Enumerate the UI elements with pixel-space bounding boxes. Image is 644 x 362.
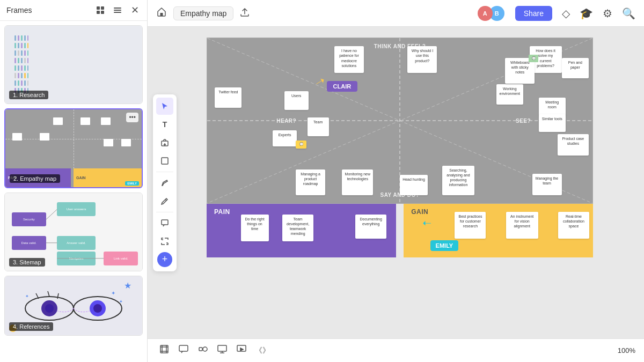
sticky-head-hunting: Head hunting	[400, 175, 428, 195]
svg-point-37	[203, 347, 207, 351]
svg-rect-2	[97, 11, 100, 14]
canvas-area[interactable]: T +	[148, 27, 644, 338]
sticky-experts: Experts	[273, 130, 297, 146]
svg-text:✦: ✦	[111, 290, 115, 296]
svg-line-17	[48, 291, 49, 297]
screen-tool[interactable]	[214, 342, 230, 359]
sticky-teamwork: Team development, teamwork mending	[282, 215, 313, 241]
sticky-meeting: Meeting room	[539, 98, 566, 116]
pen-tool[interactable]	[156, 174, 173, 191]
clair-badge: CLAIR	[327, 81, 358, 92]
sticky-best-practices: Best practices for customer research	[455, 212, 486, 239]
share-link-icon[interactable]	[240, 8, 250, 19]
svg-rect-24	[162, 158, 168, 164]
frame-label-research: 1. Research	[9, 91, 48, 99]
sticky-patience: I have no patience for mediocre solution…	[334, 46, 364, 73]
svg-point-12	[45, 304, 54, 313]
expand-icon[interactable]: 《》	[253, 344, 272, 358]
sticky-right-things: Do the right things on time	[241, 215, 269, 241]
sticky-monitoring: Monitoring new technologies	[342, 169, 373, 195]
settings-icon[interactable]: ⚙	[603, 7, 612, 20]
sticky-documenting: Documenting everything	[355, 215, 386, 239]
page-title: Empathy map	[173, 6, 233, 20]
upload-tool[interactable]	[156, 134, 173, 151]
panel-title: Frames	[6, 6, 89, 14]
sticky-why: Why should I use this product?	[407, 46, 437, 73]
frames-list: 1. Research •••	[0, 21, 147, 362]
frame-label-empathy: 2. Empathy map	[10, 174, 60, 183]
menu-icon[interactable]	[112, 4, 123, 16]
pain-label: PAIN	[214, 208, 230, 216]
svg-rect-25	[162, 220, 168, 225]
svg-rect-1	[101, 6, 104, 10]
svg-rect-35	[179, 345, 188, 351]
add-tool[interactable]: +	[157, 252, 172, 267]
sticky-managing-product: Managing a product roadmap	[296, 169, 325, 195]
diamond-icon[interactable]: ◇	[562, 7, 570, 20]
gain-section: GAIN ➝ EMILY Best practices for customer…	[404, 204, 593, 257]
grid-view-icon[interactable]	[94, 4, 106, 16]
close-icon[interactable]: ✕	[129, 4, 141, 16]
svg-text:✦: ✦	[25, 294, 29, 299]
svg-rect-6	[114, 12, 121, 13]
frame-item-references[interactable]: ✦ ✦ ✦ ★ 4. References	[4, 276, 143, 336]
sticky-team: Team	[308, 117, 329, 136]
zone-see: SEE?	[516, 118, 531, 124]
pencil-tool[interactable]	[156, 193, 173, 210]
sticky-pen-paper: Pen and paper	[562, 58, 589, 78]
cap-icon[interactable]: 🎓	[580, 7, 593, 20]
sticky-searching: Searching, analysing and producing infor…	[442, 166, 474, 195]
sticky-case-studies: Product case studies	[558, 134, 589, 156]
avatar-user1: A	[478, 6, 493, 21]
present-tool[interactable]	[233, 342, 250, 359]
panel-header: Frames ✕	[0, 0, 147, 21]
pain-section: PAIN Do the right things on time Team de…	[207, 204, 396, 257]
svg-rect-3	[101, 11, 104, 14]
rectangle-tool[interactable]	[156, 152, 173, 169]
gain-label: GAIN	[411, 208, 428, 216]
svg-text:✦: ✦	[119, 299, 123, 304]
search-icon[interactable]: 🔍	[622, 7, 635, 20]
empathy-main-area: THINK AND FEEL? HEAR? SEE? SAY AND DO? C…	[207, 38, 593, 204]
frame-label-sitemap: 3. Sitemap	[9, 258, 45, 267]
svg-rect-30	[160, 345, 168, 353]
share-button[interactable]: Share	[515, 6, 552, 21]
sticky-vision: An instrument for vision alignment	[506, 212, 538, 239]
sticky-working-env: Working environment	[496, 84, 523, 105]
frame-tool[interactable]	[156, 233, 173, 250]
svg-rect-0	[97, 6, 100, 10]
frame-item-empathy[interactable]: ••• PAIN	[4, 108, 143, 188]
crop-tool[interactable]	[156, 342, 172, 359]
zoom-level: 100%	[618, 346, 635, 354]
comment-bottom-tool[interactable]	[175, 342, 192, 359]
svg-rect-5	[114, 10, 121, 11]
frame-label-references: 4. References	[9, 322, 53, 331]
sticky-twitter: Twitter feed	[215, 87, 241, 108]
comment-tool[interactable]	[156, 215, 173, 232]
sticky-managing-team: Managing the team	[532, 174, 562, 195]
zone-hear: HEAR?	[276, 118, 296, 124]
frame-item-research[interactable]: 1. Research	[4, 25, 143, 104]
main-area: Empathy map A B Share ◇ 🎓 ⚙ 🔍 T	[148, 0, 644, 362]
frame-item-sitemap[interactable]: Security User answers Data valid. Answer…	[4, 193, 143, 271]
sticky-similar: Similar tools	[539, 114, 566, 132]
top-bar: Empathy map A B Share ◇ 🎓 ⚙ 🔍	[148, 0, 644, 27]
svg-rect-22	[160, 13, 163, 16]
shape-tool[interactable]	[195, 342, 211, 359]
avatars-group: A B	[478, 6, 504, 21]
bottom-bar: 《》 100%	[148, 338, 644, 362]
svg-rect-38	[218, 345, 226, 351]
home-button[interactable]	[156, 6, 167, 20]
emily-badge: EMILY	[430, 240, 459, 251]
svg-rect-4	[114, 8, 121, 9]
tools-panel: T +	[153, 94, 177, 271]
text-tool[interactable]: T	[156, 116, 173, 133]
sticky-realtime: Real-time collaboration space	[558, 212, 589, 239]
sticky-indicator: 💬	[296, 141, 306, 149]
svg-rect-36	[199, 348, 202, 351]
cursor-tool[interactable]	[156, 98, 173, 115]
svg-point-15	[93, 304, 102, 313]
svg-line-7	[46, 209, 57, 219]
empathy-map-canvas: THINK AND FEEL? HEAR? SEE? SAY AND DO? C…	[207, 38, 593, 257]
sticky-users: Users	[284, 91, 309, 110]
